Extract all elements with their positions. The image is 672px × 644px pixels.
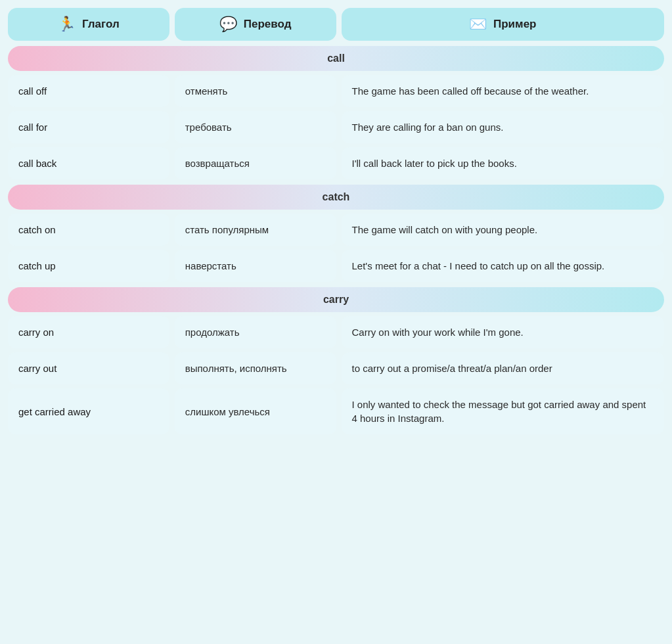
group-section-carry: carrycarry onпродолжатьCarry on with you… [8,287,664,434]
group-section-catch: catchcatch onстать популярнымThe game wi… [8,185,664,282]
cell-example: I'll call back later to pick up the book… [342,147,665,179]
cell-translation: слишком увлечься [175,388,336,434]
cell-example: The game will catch on with young people… [342,214,665,246]
cell-verb: carry on [8,316,169,348]
cell-translation: отменять [175,75,336,107]
cell-example: The game has been called off because of … [342,75,665,107]
cell-translation: выполнять, исполнять [175,352,336,384]
speech-icon: 💬 [219,16,237,33]
header-verb: 🏃 Глагол [8,8,169,41]
group-section-call: callcall offотменятьThe game has been ca… [8,46,664,179]
cell-example: I only wanted to check the message but g… [342,388,665,434]
table-row: call forтребоватьThey are calling for a … [8,111,664,143]
cell-verb: call back [8,147,169,179]
page-container: 🏃 Глагол 💬 Перевод ✉️ Пример callcall of… [8,8,664,434]
header-example: ✉️ Пример [342,8,665,41]
cell-translation: стать популярным [175,214,336,246]
group-header-call: call [8,46,664,71]
header-verb-label: Глагол [82,18,120,31]
cell-example: Let's meet for a chat - I need to catch … [342,250,665,282]
table-row: get carried awayслишком увлечьсяI only w… [8,388,664,434]
cell-verb: carry out [8,352,169,384]
cell-verb: catch up [8,250,169,282]
cell-translation: возвращаться [175,147,336,179]
group-header-catch: catch [8,185,664,210]
table-row: call offотменятьThe game has been called… [8,75,664,107]
group-header-carry: carry [8,287,664,312]
table-row: carry onпродолжатьCarry on with your wor… [8,316,664,348]
cell-translation: наверстать [175,250,336,282]
table-row: catch upнаверстатьLet's meet for a chat … [8,250,664,282]
table-row: carry outвыполнять, исполнятьto carry ou… [8,352,664,384]
table-row: catch onстать популярнымThe game will ca… [8,214,664,246]
header-example-label: Пример [493,18,536,31]
cell-translation: продолжать [175,316,336,348]
cell-example: Carry on with your work while I'm gone. [342,316,665,348]
runner-icon: 🏃 [58,16,76,33]
header-translation-label: Перевод [244,18,292,31]
cell-verb: catch on [8,214,169,246]
cell-example: to carry out a promise/a threat/a plan/a… [342,352,665,384]
cell-verb: call for [8,111,169,143]
header-translation: 💬 Перевод [175,8,336,41]
groups-container: callcall offотменятьThe game has been ca… [8,46,664,434]
table-row: call backвозвращатьсяI'll call back late… [8,147,664,179]
cell-example: They are calling for a ban on guns. [342,111,665,143]
cell-translation: требовать [175,111,336,143]
table-header: 🏃 Глагол 💬 Перевод ✉️ Пример [8,8,664,41]
cell-verb: call off [8,75,169,107]
envelope-icon: ✉️ [469,16,487,33]
cell-verb: get carried away [8,388,169,434]
